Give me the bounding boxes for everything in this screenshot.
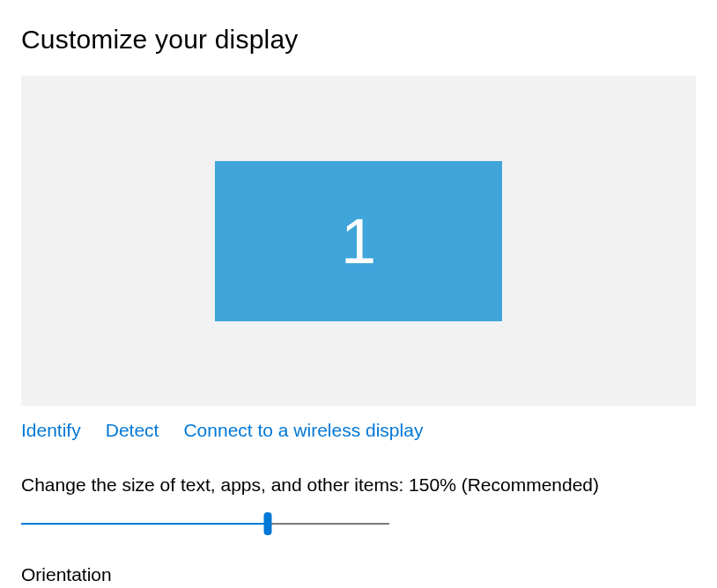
scale-slider[interactable] bbox=[21, 513, 389, 534]
monitor-thumbnail[interactable]: 1 bbox=[215, 161, 502, 321]
connect-wireless-link[interactable]: Connect to a wireless display bbox=[183, 420, 423, 441]
display-preview-area: 1 bbox=[21, 76, 696, 406]
slider-fill bbox=[21, 523, 268, 525]
slider-thumb bbox=[264, 512, 272, 535]
page-title: Customize your display bbox=[21, 25, 696, 55]
display-actions-row: Identify Detect Connect to a wireless di… bbox=[21, 420, 696, 441]
monitor-number: 1 bbox=[341, 205, 376, 277]
scale-label: Change the size of text, apps, and other… bbox=[21, 474, 696, 496]
orientation-label: Orientation bbox=[21, 564, 696, 585]
identify-link[interactable]: Identify bbox=[21, 420, 81, 441]
detect-link[interactable]: Detect bbox=[106, 420, 159, 441]
